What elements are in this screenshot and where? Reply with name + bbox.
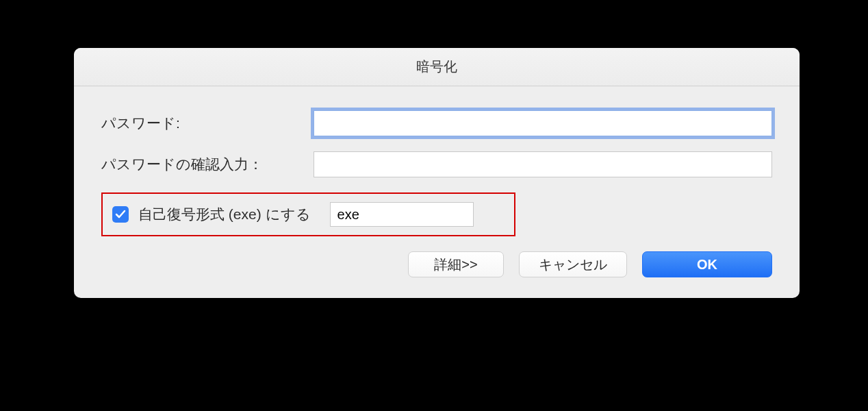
password-confirm-label: パスワードの確認入力： [101,155,314,174]
password-confirm-input[interactable] [314,151,772,177]
check-icon [115,209,126,220]
cancel-button[interactable]: キャンセル [519,251,627,277]
extension-input[interactable] [330,202,474,227]
password-row: パスワード: [101,110,772,136]
password-label: パスワード: [101,114,314,133]
password-confirm-row: パスワードの確認入力： [101,151,772,177]
password-input[interactable] [314,110,772,136]
selfextract-checkbox[interactable] [112,206,129,223]
selfextract-label: 自己復号形式 (exe) にする [138,205,311,224]
details-button[interactable]: 詳細>> [408,251,504,277]
dialog-content: パスワード: パスワードの確認入力： 自己復号形式 (exe) にする 詳細>>… [74,86,800,298]
button-row: 詳細>> キャンセル OK [101,251,772,277]
ok-button[interactable]: OK [642,251,772,277]
selfextract-highlight: 自己復号形式 (exe) にする [101,192,515,236]
dialog-title: 暗号化 [74,48,800,86]
encryption-dialog: 暗号化 パスワード: パスワードの確認入力： 自己復号形式 (exe) にする … [74,48,800,298]
